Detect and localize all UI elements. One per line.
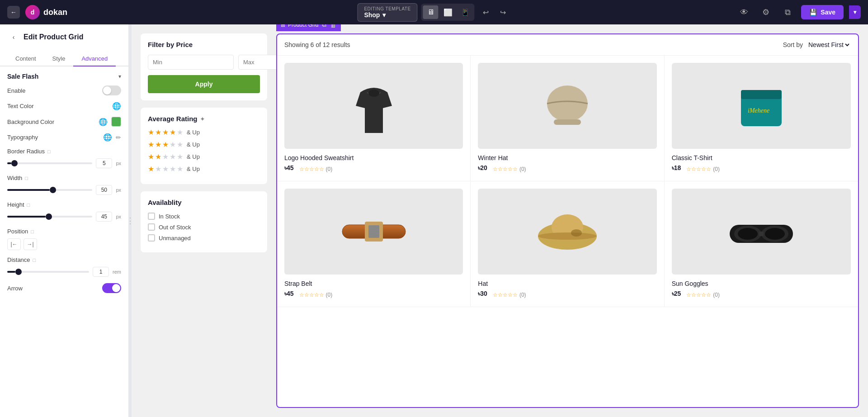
sort-select[interactable]: Newest First [807, 41, 851, 49]
availability-section: Availablity In Stock Out of Stock Unmana… [141, 191, 267, 252]
rating-row-2[interactable]: ★ ★ ★ ★ ★ & Up [148, 152, 260, 161]
logo-icon: d [25, 5, 40, 19]
products-grid: Logo Hooded Sweatshirt ৳45 ☆☆☆☆☆ (0) [277, 56, 858, 307]
text-color-global-icon[interactable]: 🌐 [112, 102, 121, 110]
tab-content[interactable]: Content [7, 52, 44, 66]
apply-button[interactable]: Apply [148, 75, 260, 93]
product-image-5 [672, 189, 851, 275]
avail-unmanaged-checkbox[interactable] [148, 234, 155, 242]
save-dropdown-button[interactable]: ▾ [849, 5, 861, 19]
product-image-2: iMehene [672, 63, 851, 149]
layers-button[interactable]: ⧉ [779, 4, 796, 20]
product-price-2: ৳18 [672, 164, 681, 172]
product-image-1 [478, 63, 656, 149]
arrow-toggle-knob [112, 284, 120, 292]
text-color-controls: 🌐 [112, 102, 121, 110]
settings-button[interactable]: ⚙ [758, 4, 774, 20]
product-price-row-3: ৳45 ☆☆☆☆☆ (0) [284, 290, 463, 299]
tab-advanced[interactable]: Advanced [73, 52, 116, 66]
typography-global-icon[interactable]: 🌐 [103, 133, 112, 142]
product-grid-toolbar: ⊞ Product Grid ⧉ 🗑 [276, 24, 341, 31]
enable-toggle[interactable] [102, 85, 121, 95]
product-price-0: ৳45 [284, 164, 294, 172]
svg-point-17 [538, 232, 597, 240]
tab-style[interactable]: Style [44, 52, 74, 66]
distance-value-input[interactable] [93, 267, 109, 277]
avail-unmanaged-label: Unmanaged [159, 235, 191, 242]
mobile-view-button[interactable]: 📱 [458, 5, 473, 19]
distance-info-icon: □ [33, 257, 36, 263]
redo-button[interactable]: ↪ [495, 5, 511, 20]
stars-1: ★ ★ ★ ★ ★ [148, 165, 183, 173]
sidebar-back-button[interactable]: ‹ [7, 31, 20, 43]
product-rating-1: ☆☆☆☆☆ (0) [493, 166, 526, 172]
bg-color-global-icon[interactable]: 🌐 [99, 118, 108, 126]
undo-button[interactable]: ↩ [478, 5, 494, 20]
topbar-back-button[interactable]: ← [7, 6, 20, 19]
arrow-toggle[interactable] [102, 283, 121, 293]
arrow-field-row: Arrow [7, 283, 121, 293]
avg-rating-title-row: Average Rating ✦ [148, 115, 260, 123]
grid-delete-button[interactable]: 🗑 [330, 24, 336, 28]
height-unit: px [116, 214, 121, 219]
svg-rect-25 [759, 232, 764, 236]
product-rating-count-3: (0) [326, 292, 333, 298]
typography-field-row: Typography 🌐 ✏ [7, 133, 121, 142]
border-radius-value-input[interactable] [96, 158, 112, 168]
bg-color-swatch[interactable] [111, 117, 121, 127]
product-rating-count-1: (0) [519, 166, 526, 172]
tablet-view-button[interactable]: ⬜ [440, 5, 456, 19]
main-layout: ‹ Edit Product Grid Content Style Advanc… [0, 24, 868, 417]
save-button[interactable]: 💾 Save [801, 5, 844, 19]
product-rating-5: ☆☆☆☆☆ (0) [686, 292, 720, 298]
and-up-4: & Up [187, 129, 200, 136]
svg-text:iMehene: iMehene [748, 107, 769, 114]
avail-unmanaged-row[interactable]: Unmanaged [148, 234, 260, 242]
sidebar-header: ‹ Edit Product Grid [0, 24, 128, 43]
editing-template-button[interactable]: EDITING TEMPLATE Shop ▾ [357, 3, 417, 22]
stars-4: ★ ★ ★ ★ ★ [148, 128, 183, 137]
distance-section: Distance □ rem [7, 256, 121, 277]
product-rating-2: ☆☆☆☆☆ (0) [686, 166, 720, 172]
height-value-input[interactable] [96, 212, 112, 222]
avail-out-of-stock-checkbox[interactable] [148, 223, 155, 231]
width-value-input[interactable] [96, 185, 112, 195]
avail-in-stock-row[interactable]: In Stock [148, 213, 260, 220]
results-text: Showing 6 of 12 results [284, 41, 350, 48]
toggle-knob [103, 86, 111, 95]
position-right-button[interactable]: →| [24, 238, 37, 250]
rating-row-4[interactable]: ★ ★ ★ ★ ★ & Up [148, 128, 260, 137]
avail-in-stock-label: In Stock [159, 213, 180, 220]
svg-point-23 [738, 228, 758, 240]
typography-edit-icon[interactable]: ✏ [116, 134, 121, 141]
height-info-icon: □ [27, 202, 30, 208]
svg-rect-7 [741, 90, 782, 99]
rating-row-3[interactable]: ★ ★ ★ ★ ★ & Up [148, 140, 260, 149]
product-image-0 [284, 63, 463, 149]
filter-rating-icon: ✦ [200, 115, 205, 123]
sale-flash-toggle-icon[interactable]: ▾ [118, 73, 121, 80]
preview-button[interactable]: 👁 [736, 4, 752, 20]
position-left-button[interactable]: |← [7, 238, 21, 250]
border-radius-unit: px [116, 161, 121, 166]
distance-label: Distance [7, 256, 30, 263]
product-price-row-4: ৳30 ☆☆☆☆☆ (0) [478, 290, 656, 299]
rating-row-1[interactable]: ★ ★ ★ ★ ★ & Up [148, 165, 260, 173]
product-name-3: Strap Belt [284, 280, 463, 287]
product-name-2: Classic T-Shirt [672, 154, 851, 161]
price-min-input[interactable] [148, 55, 234, 70]
avail-in-stock-checkbox[interactable] [148, 213, 155, 220]
typography-controls: 🌐 ✏ [103, 133, 121, 142]
border-radius-slider[interactable] [7, 162, 92, 164]
width-slider[interactable] [7, 189, 92, 191]
product-card-2: iMehene Classic T-Shirt ৳18 ☆☆☆☆☆ (0) [665, 56, 858, 181]
view-toggle-group: 🖥 ⬜ 📱 [421, 4, 475, 21]
desktop-view-button[interactable]: 🖥 [423, 5, 439, 19]
avail-out-of-stock-row[interactable]: Out of Stock [148, 223, 260, 231]
height-header: Height □ [7, 201, 121, 208]
grid-copy-button[interactable]: ⧉ [322, 24, 326, 28]
sort-label: Sort by [783, 41, 803, 48]
height-slider[interactable] [7, 216, 92, 218]
chevron-down-icon: ▾ [382, 11, 386, 19]
distance-slider[interactable] [7, 271, 89, 273]
